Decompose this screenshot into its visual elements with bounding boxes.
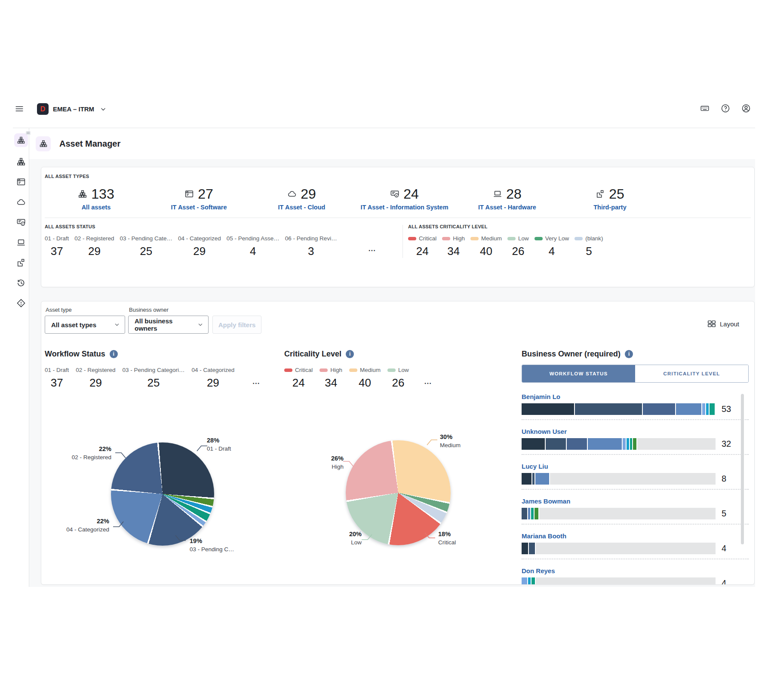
bar-segment-teal bbox=[531, 508, 535, 519]
asset-type-stat[interactable]: 28 IT Asset - Hardware bbox=[456, 186, 559, 211]
criticality-legend-count: 40 bbox=[349, 376, 381, 390]
sidebar-item-2[interactable] bbox=[16, 177, 26, 187]
asset-type-stat[interactable]: 27 IT Asset - Software bbox=[147, 186, 250, 211]
sidebar-item-asset-manager[interactable] bbox=[14, 133, 28, 147]
apply-filters-button[interactable]: Apply filters bbox=[212, 316, 261, 334]
menu-button[interactable] bbox=[14, 104, 25, 114]
owner-row: Unknown User 32 bbox=[522, 420, 749, 455]
sidebar-item-1[interactable] bbox=[16, 157, 26, 167]
criticality-stat: Critical 24 bbox=[408, 235, 436, 258]
pie-callout-pending: 19% 03 - Pending C… bbox=[190, 537, 234, 553]
asset-type-stat[interactable]: 29 IT Asset - Cloud bbox=[250, 186, 353, 211]
page-header: Asset Manager bbox=[29, 128, 755, 159]
keyboard-icon bbox=[700, 104, 710, 113]
owner-stacked-bar[interactable] bbox=[522, 473, 716, 485]
keyboard-button[interactable] bbox=[700, 104, 710, 114]
sidebar-item-6[interactable] bbox=[16, 258, 26, 268]
info-icon[interactable]: i bbox=[110, 350, 118, 358]
status-overflow-button[interactable]: ... bbox=[369, 245, 376, 253]
bar-segment-slate bbox=[522, 508, 528, 519]
workflow-stat-label: 01 - Draft bbox=[45, 367, 69, 373]
assets-icon bbox=[39, 139, 48, 148]
asset-type-label: IT Asset - Information System bbox=[353, 204, 456, 211]
sidebar-item-3[interactable] bbox=[16, 197, 26, 208]
sidebar-item-4[interactable] bbox=[16, 218, 26, 228]
workflow-pie[interactable] bbox=[111, 442, 214, 546]
layout-button[interactable]: Layout bbox=[704, 319, 742, 329]
owner-stacked-bar[interactable] bbox=[522, 508, 716, 519]
status-count: 29 bbox=[178, 245, 221, 258]
owner-link[interactable]: Lucy Liu bbox=[522, 463, 548, 470]
status-label: 05 - Pending Asse… bbox=[227, 235, 280, 242]
criticality-stats: Critical 24 High 34 Medium 40 Low 26 Ver… bbox=[408, 235, 751, 258]
workflow-stat: 04 - Categorized 29 bbox=[191, 367, 234, 390]
owner-stacked-bar[interactable] bbox=[522, 403, 716, 415]
criticality-count: 40 bbox=[470, 245, 502, 258]
pie-callout-critical: 18% Critical bbox=[438, 530, 456, 546]
dashboard: ALL ASSET TYPES 133 All assets 27 IT Ass… bbox=[29, 159, 755, 585]
callout-line bbox=[342, 459, 354, 467]
all-asset-types-label: ALL ASSET TYPES bbox=[45, 174, 751, 179]
bar-segment-slate bbox=[546, 438, 567, 450]
asset-type-select[interactable]: All asset types bbox=[45, 316, 125, 334]
bar-segment-navy bbox=[522, 473, 532, 485]
chevron-down-icon bbox=[197, 321, 204, 328]
all-assets-criticality-block: ALL ASSETS CRITICALITY LEVEL Critical 24… bbox=[408, 224, 751, 258]
bar-track bbox=[550, 473, 716, 485]
asset-type-count: 27 bbox=[198, 186, 213, 202]
owner-count: 4 bbox=[722, 578, 726, 585]
help-button[interactable] bbox=[721, 104, 730, 114]
owner-link[interactable]: James Bowman bbox=[522, 497, 570, 505]
business-owner-select[interactable]: All business owners bbox=[128, 316, 209, 334]
owner-stacked-bar[interactable] bbox=[522, 543, 716, 554]
owner-link[interactable]: Don Reyes bbox=[522, 567, 555, 574]
asset-type-stat[interactable]: 25 Third-party bbox=[559, 186, 661, 211]
owner-link[interactable]: Unknown User bbox=[522, 428, 567, 435]
bar-segment-med bbox=[567, 438, 588, 450]
workflow-stat: 03 - Pending Categori… 25 bbox=[123, 367, 185, 390]
owner-row: Don Reyes 4 bbox=[522, 559, 749, 585]
criticality-chip bbox=[535, 237, 543, 240]
tab-workflow-status[interactable]: WORKFLOW STATUS bbox=[522, 365, 635, 382]
owner-row: Benjamin Lo 53 bbox=[522, 385, 749, 420]
callout-line bbox=[112, 521, 124, 529]
criticality-legend-count: 24 bbox=[284, 376, 313, 390]
bar-segment-teal bbox=[630, 438, 633, 450]
bar-track bbox=[536, 543, 716, 554]
bar-segment-light bbox=[535, 473, 550, 485]
status-stat: 06 - Pending Revi… 3 bbox=[285, 235, 337, 258]
sidebar-item-8[interactable] bbox=[16, 298, 26, 309]
asset-type-filter-label: Asset type bbox=[46, 307, 72, 313]
account-button[interactable] bbox=[741, 104, 751, 114]
sidebar-item-7[interactable] bbox=[16, 278, 26, 289]
criticality-count: 34 bbox=[442, 245, 465, 258]
asset-type-stat[interactable]: 133 All assets bbox=[45, 186, 147, 211]
info-icon[interactable]: i bbox=[346, 350, 354, 358]
owner-link[interactable]: Mariana Booth bbox=[522, 532, 566, 540]
asset-type-label: IT Asset - Hardware bbox=[456, 204, 559, 211]
workflow-status-title-text: Workflow Status bbox=[45, 350, 105, 359]
owner-stacked-bar[interactable] bbox=[522, 577, 716, 585]
owner-stacked-bar[interactable] bbox=[522, 438, 716, 450]
info-icon[interactable]: i bbox=[625, 350, 633, 358]
criticality-count: 4 bbox=[535, 245, 569, 258]
bar-segment-slate bbox=[532, 473, 535, 485]
asset-type-stats: 133 All assets 27 IT Asset - Software 29… bbox=[45, 186, 661, 211]
status-stat: 03 - Pending Cate… 25 bbox=[120, 235, 172, 258]
scrollbar[interactable] bbox=[741, 394, 744, 544]
sidebar-item-5[interactable] bbox=[16, 238, 26, 248]
workflow-overflow-button[interactable]: ... bbox=[252, 378, 260, 386]
workspace-name[interactable]: EMEA – ITRM bbox=[53, 105, 94, 113]
asset-type-stat[interactable]: 24 IT Asset - Information System bbox=[353, 186, 456, 211]
criticality-legend-count: 26 bbox=[387, 376, 409, 390]
tab-criticality-level[interactable]: CRITICALITY LEVEL bbox=[635, 365, 748, 382]
pie-callout-registered: 22% 02 - Registered bbox=[50, 445, 111, 461]
owner-link[interactable]: Benjamin Lo bbox=[522, 393, 560, 400]
callout-line bbox=[361, 534, 373, 542]
workspace-switcher-button[interactable] bbox=[99, 105, 107, 113]
criticality-pie[interactable] bbox=[346, 440, 451, 545]
help-icon bbox=[721, 104, 730, 113]
workflow-status-stats: 01 - Draft 37 02 - Registered 29 03 - Pe… bbox=[45, 367, 260, 390]
criticality-overflow-button[interactable]: ... bbox=[424, 378, 432, 386]
owner-count: 32 bbox=[722, 439, 731, 449]
